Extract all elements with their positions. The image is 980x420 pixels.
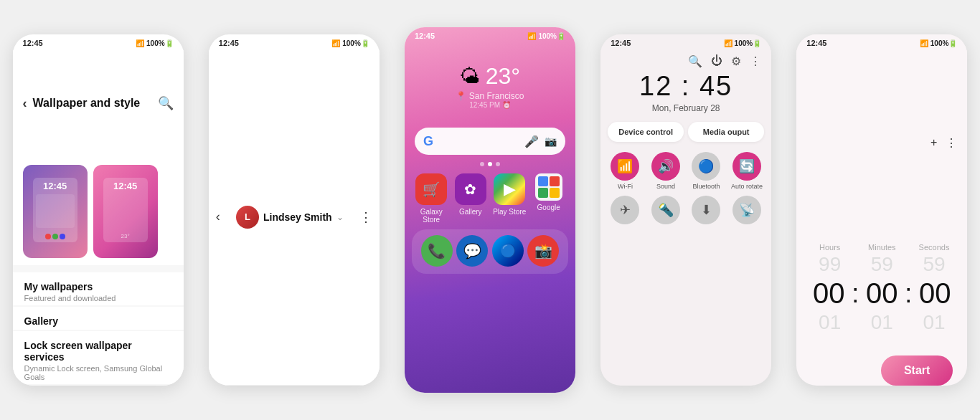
flashlight-icon[interactable]: 🔦 bbox=[651, 196, 680, 224]
qs-header: 🔍 ⏻ ⚙ ⋮ 12 : 45 Mon, February 28 bbox=[600, 49, 771, 116]
dock-messages-icon[interactable]: 💬 bbox=[456, 235, 488, 267]
device-control-btn[interactable]: Device control bbox=[608, 122, 684, 142]
gallery-icon: ✿ bbox=[455, 173, 486, 205]
timer-inactive-m-bot: 01 bbox=[859, 311, 904, 334]
camera-icon[interactable]: 📷 bbox=[545, 135, 557, 147]
contact-name: Lindsey Smith bbox=[263, 211, 332, 223]
weather-row: 🌤 23° bbox=[460, 63, 520, 90]
my-wallpapers-sub: Featured and downloaded bbox=[24, 294, 172, 302]
dot-2-active bbox=[488, 162, 492, 166]
weather-temp: 23° bbox=[486, 63, 520, 90]
dot-3 bbox=[496, 162, 500, 166]
qs-flashlight[interactable]: 🔦 bbox=[649, 196, 684, 226]
menu-my-wallpapers[interactable]: My wallpapers Featured and downloaded bbox=[13, 272, 184, 305]
contact-avatar: L bbox=[236, 206, 259, 229]
timer-inactive-h-bot: 01 bbox=[808, 311, 852, 334]
dock-phone-icon[interactable]: 📞 bbox=[421, 235, 453, 267]
app-gallery[interactable]: ✿ Gallery bbox=[452, 173, 489, 224]
qs-bluetooth[interactable]: 🔵 Bluetooth bbox=[689, 152, 724, 190]
wallpaper-thumb-1[interactable]: 12:45 bbox=[23, 165, 88, 258]
timer-inactive-top: 99 59 59 bbox=[796, 253, 967, 276]
galaxy-store-label: Galaxy Store bbox=[413, 208, 450, 224]
menu-lock-screen[interactable]: Lock screen wallpaper services Dynamic L… bbox=[13, 331, 184, 384]
status-time-4: 12:45 bbox=[611, 39, 631, 47]
timer-start-area: Start bbox=[796, 334, 967, 386]
status-bar-3: 12:45 📶 100%🔋 bbox=[405, 27, 575, 42]
menu-gallery[interactable]: Gallery bbox=[13, 307, 184, 330]
dock-bixby-icon[interactable]: 🔵 bbox=[492, 235, 524, 267]
media-output-btn[interactable]: Media ouput bbox=[688, 122, 764, 142]
chevron-down-icon[interactable]: ⌄ bbox=[336, 212, 344, 222]
my-wallpapers-title: My wallpapers bbox=[24, 281, 172, 292]
back-title[interactable]: ‹ Wallpaper and style bbox=[23, 96, 141, 111]
timer-inactive-s-bot: 01 bbox=[912, 311, 956, 334]
qs-airplane[interactable]: ✈ bbox=[608, 196, 643, 226]
qs-rss[interactable]: 📡 bbox=[730, 196, 765, 226]
phone-timer: 12:45 📶 100%🔋 + ⋮ Hours Minutes Seconds … bbox=[796, 34, 967, 386]
wallpaper-previews: 12:45 12:45 23° bbox=[13, 158, 184, 265]
qs-download[interactable]: ⬇ bbox=[689, 196, 724, 226]
timer-inactive-s-top: 59 bbox=[912, 253, 956, 276]
settings-icon-qs[interactable]: ⚙ bbox=[731, 54, 741, 68]
qs-auto-rotate[interactable]: 🔄 Auto rotate bbox=[730, 152, 765, 190]
search-icon-1[interactable]: 🔍 bbox=[158, 95, 174, 111]
airplane-icon[interactable]: ✈ bbox=[611, 196, 639, 224]
contact-info: L Lindsey Smith ⌄ bbox=[236, 206, 344, 229]
search-icon-qs[interactable]: 🔍 bbox=[688, 54, 702, 68]
app-row: 🛒 Galaxy Store ✿ Gallery ▶ Play Store Go… bbox=[405, 169, 575, 228]
timer-active-minutes[interactable]: 00 bbox=[857, 277, 906, 310]
phone-messages: 12:45 📶 100%🔋 ‹ L Lindsey Smith ⌄ ⋮ Wedn… bbox=[209, 34, 380, 386]
topbar-1: ‹ Wallpaper and style 🔍 bbox=[13, 49, 184, 158]
more-icon-qs[interactable]: ⋮ bbox=[750, 54, 761, 68]
mic-icon[interactable]: 🎤 bbox=[524, 135, 539, 148]
app-galaxy-store[interactable]: 🛒 Galaxy Store bbox=[413, 173, 450, 224]
status-bar-1: 12:45 📶 100%🔋 bbox=[13, 34, 184, 49]
status-bar-2: 12:45 📶 100%🔋 bbox=[209, 34, 380, 49]
weather-loc-text: San Francisco bbox=[469, 91, 524, 101]
status-time-3: 12:45 bbox=[415, 32, 435, 40]
app-google[interactable]: Google bbox=[530, 173, 567, 224]
more-icon[interactable]: ⋮ bbox=[359, 209, 372, 225]
start-button[interactable]: Start bbox=[881, 355, 953, 386]
bluetooth-icon[interactable]: 🔵 bbox=[692, 152, 720, 181]
back-icon[interactable]: ‹ bbox=[23, 96, 27, 111]
bottom-dock: 📞 💬 🔵 📸 bbox=[412, 229, 568, 274]
wallpaper-thumb-2[interactable]: 12:45 23° bbox=[93, 165, 158, 258]
back-icon-2[interactable]: ‹ bbox=[216, 209, 220, 224]
home-bg: 12:45 📶 100%🔋 🌤 23° 📍 San Francisco 12:4… bbox=[405, 27, 575, 393]
timer-topbar: + ⋮ bbox=[796, 49, 967, 234]
gallery-title: Gallery bbox=[24, 315, 172, 327]
timer-inactive-bottom: 01 01 01 bbox=[796, 311, 967, 334]
timer-top-icons: + ⋮ bbox=[930, 136, 957, 150]
download-icon[interactable]: ⬇ bbox=[692, 196, 720, 224]
auto-rotate-icon[interactable]: 🔄 bbox=[732, 152, 761, 181]
google-label: Google bbox=[537, 204, 560, 211]
dock-camera-icon[interactable]: 📸 bbox=[527, 235, 559, 267]
plus-icon[interactable]: + bbox=[930, 136, 937, 150]
timer-active-hours[interactable]: 00 bbox=[804, 277, 853, 310]
status-bar-5: 12:45 📶 100%🔋 bbox=[796, 34, 967, 49]
qs-wifi[interactable]: 📶 Wi-Fi bbox=[608, 152, 643, 190]
wifi-label: Wi-Fi bbox=[618, 183, 633, 190]
timer-active-seconds[interactable]: 00 bbox=[910, 277, 959, 310]
rss-icon[interactable]: 📡 bbox=[732, 196, 761, 224]
status-time-5: 12:45 bbox=[806, 39, 826, 47]
play-store-icon: ▶ bbox=[494, 173, 525, 205]
status-bar-4: 12:45 📶 100%🔋 bbox=[600, 34, 771, 49]
lock-screen-sub: Dynamic Lock screen, Samsung Global Goal… bbox=[24, 364, 172, 381]
weather-widget: 🌤 23° 📍 San Francisco 12:45 PM ⏰ bbox=[405, 42, 575, 120]
sound-icon[interactable]: 🔊 bbox=[651, 152, 680, 181]
msg-topbar: ‹ L Lindsey Smith ⌄ ⋮ bbox=[209, 49, 380, 386]
weather-location: 📍 San Francisco bbox=[456, 91, 524, 101]
status-time-1: 12:45 bbox=[23, 39, 43, 47]
search-bar[interactable]: G 🎤 📷 bbox=[415, 128, 565, 155]
power-icon-qs[interactable]: ⏻ bbox=[711, 54, 722, 68]
google-icon bbox=[535, 173, 562, 201]
app-play-store[interactable]: ▶ Play Store bbox=[491, 173, 528, 224]
qs-sound[interactable]: 🔊 Sound bbox=[649, 152, 684, 190]
wifi-icon[interactable]: 📶 bbox=[611, 152, 639, 181]
weather-time: 12:45 PM ⏰ bbox=[469, 101, 511, 109]
more-icon-timer[interactable]: ⋮ bbox=[946, 136, 957, 150]
bluetooth-label: Bluetooth bbox=[692, 183, 720, 190]
seconds-label: Seconds bbox=[912, 243, 956, 252]
